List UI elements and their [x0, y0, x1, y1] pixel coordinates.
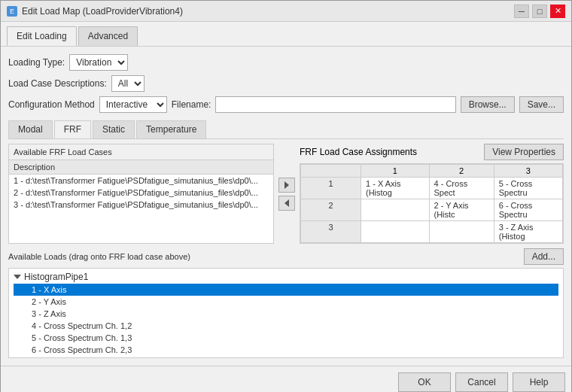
- browse-button[interactable]: Browse...: [461, 96, 515, 113]
- config-method-label: Configuration Method: [8, 99, 95, 110]
- loading-type-row: Loading Type: Vibration: [8, 54, 564, 71]
- cell-2-1[interactable]: [361, 199, 430, 221]
- expand-icon: [14, 275, 21, 279]
- col-header-1: 1: [361, 165, 430, 178]
- inner-tab-bar: Modal FRF Static Temperature: [8, 120, 564, 139]
- tree-item[interactable]: 2 - Y Axis: [14, 296, 558, 308]
- ok-button[interactable]: OK: [398, 372, 451, 392]
- right-panel: FRF Load Case Assignments View Propertie…: [300, 144, 564, 244]
- tab-edit-loading[interactable]: Edit Loading: [7, 26, 77, 46]
- window-title: Edit Load Map (LoadProviderVibration4): [22, 6, 183, 17]
- config-method-select[interactable]: Interactive: [99, 96, 167, 113]
- tree-item[interactable]: 6 - Cross Spectrum Ch. 2,3: [14, 344, 558, 356]
- tab-static[interactable]: Static: [93, 120, 135, 138]
- filename-label: Filename:: [172, 99, 211, 110]
- save-button[interactable]: Save...: [519, 96, 564, 113]
- view-properties-button[interactable]: View Properties: [484, 144, 564, 160]
- tab-advanced[interactable]: Advanced: [78, 26, 138, 46]
- close-button[interactable]: ✕: [550, 5, 565, 18]
- cell-1-3[interactable]: 5 - Cross Spectru: [494, 178, 562, 199]
- main-content: Loading Type: Vibration Load Case Descri…: [1, 47, 571, 366]
- col-header-3: 3: [494, 165, 562, 178]
- arrow-right-icon: [284, 181, 289, 189]
- list-item[interactable]: 1 - d:\test\Transformer Fatigue\PSDfatig…: [9, 175, 273, 187]
- loading-type-select[interactable]: Vibration: [69, 54, 128, 71]
- arrow-column: [278, 178, 295, 211]
- right-panel-title: FRF Load Case Assignments: [300, 147, 417, 157]
- tab-temperature[interactable]: Temperature: [136, 120, 206, 138]
- title-bar: E Edit Load Map (LoadProviderVibration4)…: [1, 1, 571, 22]
- minimize-button[interactable]: ─: [514, 5, 529, 18]
- config-method-row: Configuration Method Interactive Filenam…: [8, 96, 564, 113]
- arrow-right-button[interactable]: [278, 178, 295, 193]
- arrow-left-button[interactable]: [278, 196, 295, 211]
- table-row: 3 3 - Z Axis (Histog: [301, 221, 563, 243]
- list-item[interactable]: 3 - d:\test\Transformer Fatigue\PSDfatig…: [9, 199, 273, 211]
- col-header-2: 2: [429, 165, 494, 178]
- cancel-button[interactable]: Cancel: [455, 372, 508, 392]
- tab-modal[interactable]: Modal: [8, 120, 53, 138]
- outer-tab-bar: Edit Loading Advanced: [1, 22, 571, 47]
- maximize-button[interactable]: □: [532, 5, 547, 18]
- arrow-left-icon: [284, 199, 289, 207]
- load-case-label: Load Case Descriptions:: [8, 78, 107, 89]
- cell-2-3[interactable]: 6 - Cross Spectru: [494, 199, 562, 221]
- row-num-3: 3: [301, 221, 361, 243]
- tree-item[interactable]: 4 - Cross Spectrum Ch. 1,2: [14, 320, 558, 332]
- cell-3-2[interactable]: [429, 221, 494, 243]
- cell-1-1[interactable]: 1 - X Axis (Histog: [361, 178, 430, 199]
- tab-frf[interactable]: FRF: [54, 120, 91, 138]
- table-row: 1 1 - X Axis (Histog 4 - Cross Spect 5 -…: [301, 178, 563, 199]
- tree-group-name: HistogramPipe1: [24, 272, 88, 282]
- available-frf-list: 1 - d:\test\Transformer Fatigue\PSDfatig…: [9, 175, 273, 243]
- load-case-row: Load Case Descriptions: All: [8, 75, 564, 92]
- cell-3-1[interactable]: [361, 221, 430, 243]
- available-loads-header: Available Loads (drag onto FRF load case…: [8, 248, 564, 265]
- cell-2-2[interactable]: 2 - Y Axis (Histc: [429, 199, 494, 221]
- list-column-header: Description: [9, 160, 273, 175]
- load-case-select[interactable]: All: [111, 75, 145, 92]
- assignments-table: 1 2 3 1 1 - X Axis (Histog 4 - Cross Spe…: [300, 164, 563, 243]
- tree-item[interactable]: 3 - Z Axis: [14, 308, 558, 320]
- tree-group-histogram: HistogramPipe1 1 - X Axis 2 - Y Axis 3 -…: [9, 269, 563, 357]
- cell-3-3[interactable]: 3 - Z Axis (Histog: [494, 221, 562, 243]
- main-panels: Available FRF Load Cases Description 1 -…: [8, 144, 564, 244]
- frf-assignments-grid: 1 2 3 1 1 - X Axis (Histog 4 - Cross Spe…: [300, 163, 564, 244]
- tree-group-label[interactable]: HistogramPipe1: [14, 270, 558, 284]
- table-row: 2 2 - Y Axis (Histc 6 - Cross Spectru: [301, 199, 563, 221]
- corner-header: [301, 165, 361, 178]
- cell-1-2[interactable]: 4 - Cross Spect: [429, 178, 494, 199]
- filename-input[interactable]: [215, 96, 455, 113]
- add-button[interactable]: Add...: [524, 248, 564, 265]
- tree-item[interactable]: 1 - X Axis: [14, 284, 558, 296]
- left-panel: Available FRF Load Cases Description 1 -…: [8, 144, 274, 244]
- app-icon: E: [7, 6, 17, 17]
- bottom-section: Available Loads (drag onto FRF load case…: [8, 248, 564, 358]
- row-num-1: 1: [301, 178, 361, 199]
- main-window: E Edit Load Map (LoadProviderVibration4)…: [0, 0, 572, 392]
- help-button[interactable]: Help: [513, 372, 565, 392]
- left-panel-title: Available FRF Load Cases: [9, 144, 273, 160]
- loading-type-label: Loading Type:: [8, 57, 65, 68]
- tree-item[interactable]: 5 - Cross Spectrum Ch. 1,3: [14, 332, 558, 344]
- footer: OK Cancel Help: [1, 366, 571, 392]
- list-item[interactable]: 2 - d:\test\Transformer Fatigue\PSDfatig…: [9, 187, 273, 199]
- row-num-2: 2: [301, 199, 361, 221]
- available-loads-title: Available Loads (drag onto FRF load case…: [8, 252, 190, 261]
- loads-tree-panel: HistogramPipe1 1 - X Axis 2 - Y Axis 3 -…: [8, 268, 564, 358]
- right-panel-header: FRF Load Case Assignments View Propertie…: [300, 144, 564, 160]
